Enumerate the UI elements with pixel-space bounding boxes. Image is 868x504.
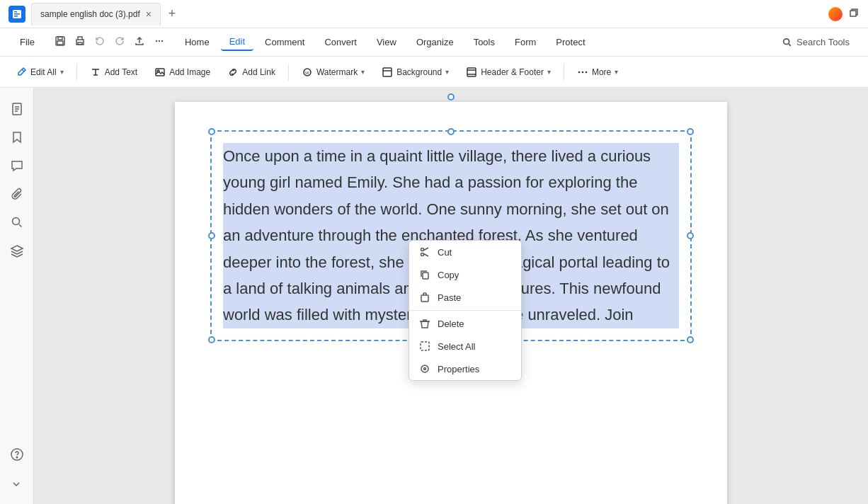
- svg-rect-9: [78, 42, 82, 45]
- svg-point-28: [421, 253, 424, 256]
- menu-bar: File Home Edit Comment Convert View Orga…: [0, 28, 868, 57]
- separator-2: [288, 64, 289, 81]
- menu-item-file[interactable]: File: [11, 34, 43, 50]
- toolbar-redo-button[interactable]: [111, 33, 128, 52]
- svg-rect-3: [14, 11, 17, 13]
- svg-point-10: [156, 40, 157, 41]
- edit-all-button[interactable]: Edit All ▾: [8, 64, 71, 81]
- handle-tr[interactable]: [687, 128, 694, 135]
- menu-item-form[interactable]: Form: [506, 34, 544, 50]
- menu-item-view[interactable]: View: [368, 34, 405, 50]
- context-menu-paste[interactable]: Paste: [409, 286, 521, 309]
- handle-br[interactable]: [687, 336, 694, 343]
- more-button[interactable]: More ▾: [570, 64, 625, 81]
- toolbar-undo-button[interactable]: [91, 33, 108, 52]
- toolbar: Edit All ▾ Add Text Add Image Add Link W…: [0, 57, 868, 88]
- background-button[interactable]: Background ▾: [375, 64, 456, 81]
- svg-point-20: [578, 71, 581, 73]
- file-tab-label: sample english doc (3).pdf: [40, 9, 140, 19]
- svg-rect-31: [421, 342, 429, 350]
- toolbar-more-button[interactable]: [151, 33, 168, 52]
- svg-rect-30: [421, 295, 428, 302]
- svg-rect-29: [423, 273, 428, 279]
- menu-item-protect[interactable]: Protect: [547, 34, 593, 50]
- svg-rect-4: [850, 11, 856, 16]
- context-menu-properties[interactable]: Properties: [409, 357, 521, 380]
- tab-area: sample english doc (3).pdf × +: [31, 3, 828, 25]
- menu-item-home[interactable]: Home: [176, 34, 218, 50]
- toolbar-print-button[interactable]: [72, 33, 88, 52]
- sidebar-icon-collapse[interactable]: [4, 470, 30, 496]
- context-menu-copy[interactable]: Copy: [409, 263, 521, 286]
- edit-all-chevron: ▾: [60, 68, 64, 76]
- context-menu-separator: [409, 310, 521, 311]
- svg-point-32: [421, 365, 428, 372]
- sidebar-icon-search[interactable]: [4, 210, 30, 235]
- menu-item-comment[interactable]: Comment: [256, 34, 313, 50]
- new-tab-button[interactable]: +: [164, 6, 181, 23]
- toolbar-save-button[interactable]: [52, 33, 69, 52]
- header-footer-chevron: ▾: [547, 68, 551, 76]
- svg-point-22: [586, 71, 588, 73]
- menu-item-organize[interactable]: Organize: [408, 34, 462, 50]
- file-tab[interactable]: sample english doc (3).pdf ×: [31, 3, 161, 25]
- add-link-button[interactable]: Add Link: [220, 64, 282, 81]
- svg-rect-1: [14, 13, 20, 15]
- menu-item-convert[interactable]: Convert: [316, 34, 365, 50]
- background-chevron: ▾: [445, 68, 449, 76]
- separator-1: [76, 64, 77, 81]
- search-tools-button[interactable]: Search Tools: [775, 34, 857, 50]
- menu-item-edit[interactable]: Edit: [221, 33, 253, 51]
- pdf-page: Once upon a time in a quaint little vill…: [175, 102, 727, 504]
- toolbar-share-button[interactable]: [131, 33, 148, 52]
- more-chevron: ▾: [615, 68, 618, 76]
- sidebar-icon-comments[interactable]: [4, 153, 30, 178]
- sidebar-icon-pages[interactable]: [4, 96, 30, 122]
- watermark-button[interactable]: W Watermark ▾: [295, 64, 372, 81]
- title-bar: sample english doc (3).pdf × +: [0, 0, 868, 28]
- svg-point-21: [582, 71, 584, 73]
- menu-item-tools[interactable]: Tools: [465, 34, 503, 50]
- search-tools-label: Search Tools: [796, 37, 850, 47]
- svg-point-13: [784, 38, 789, 44]
- svg-point-24: [12, 218, 19, 225]
- svg-point-27: [421, 248, 424, 251]
- sidebar-icon-attachments[interactable]: [4, 181, 30, 207]
- svg-rect-18: [383, 68, 392, 76]
- svg-rect-6: [58, 37, 62, 40]
- sidebar-icon-layers[interactable]: [4, 238, 30, 263]
- tab-close-button[interactable]: ×: [146, 8, 152, 20]
- svg-point-11: [159, 40, 160, 41]
- add-image-button[interactable]: Add Image: [147, 64, 217, 81]
- handle-top-center[interactable]: [447, 93, 455, 101]
- handle-mr[interactable]: [687, 232, 694, 239]
- handle-tc[interactable]: [447, 128, 455, 135]
- context-menu-delete[interactable]: Delete: [409, 312, 521, 335]
- svg-text:W: W: [305, 71, 309, 75]
- watermark-chevron: ▾: [361, 68, 365, 76]
- svg-point-12: [161, 40, 163, 41]
- main-layout: Once upon a time in a quaint little vill…: [0, 88, 868, 504]
- sidebar-icon-bookmarks[interactable]: [4, 125, 30, 150]
- svg-rect-2: [14, 16, 18, 17]
- add-text-button[interactable]: Add Text: [83, 64, 144, 81]
- handle-tl[interactable]: [208, 128, 215, 135]
- handle-bl[interactable]: [208, 336, 215, 343]
- header-footer-button[interactable]: Header & Footer ▾: [459, 64, 558, 81]
- svg-point-26: [16, 457, 18, 458]
- pdf-viewer: Once upon a time in a quaint little vill…: [34, 88, 868, 504]
- context-menu-cut[interactable]: Cut: [409, 241, 521, 263]
- sidebar-icon-help[interactable]: [4, 442, 30, 467]
- sidebar: [0, 88, 34, 504]
- window-restore-button[interactable]: [848, 7, 860, 21]
- svg-rect-19: [467, 68, 476, 76]
- context-menu-select-all[interactable]: Select All: [409, 335, 521, 357]
- separator-3: [564, 64, 564, 81]
- handle-ml[interactable]: [208, 232, 215, 239]
- svg-rect-7: [57, 41, 63, 45]
- app-logo: [8, 6, 25, 23]
- context-menu: Cut Copy Paste Delete Select All: [409, 240, 522, 381]
- svg-point-33: [424, 368, 426, 370]
- user-avatar[interactable]: [828, 7, 843, 21]
